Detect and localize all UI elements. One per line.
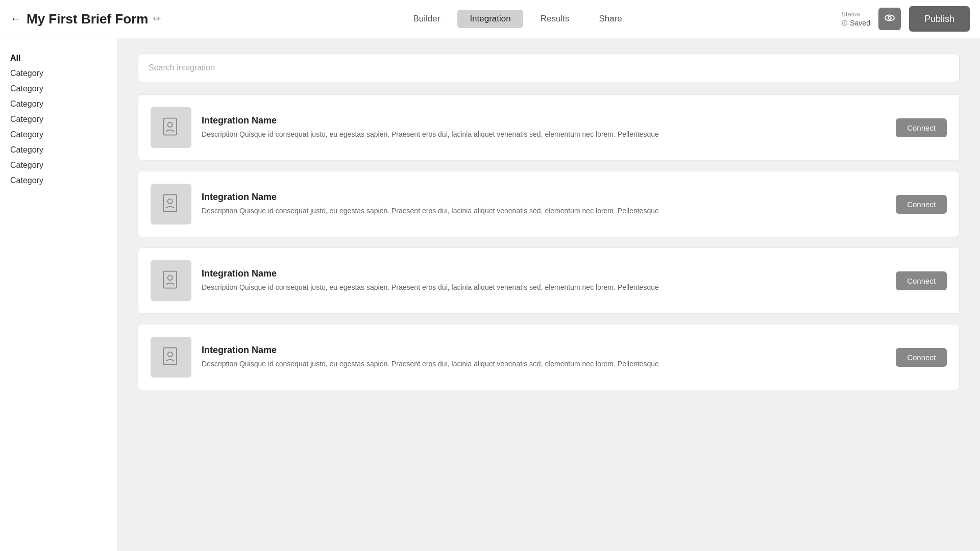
- integration-info: Integration Name Description Quisque id …: [202, 115, 886, 140]
- integration-name: Integration Name: [202, 268, 886, 279]
- sidebar-item-cat8[interactable]: Category: [10, 173, 107, 188]
- status-value: ⊙ Saved: [841, 18, 870, 28]
- svg-point-9: [168, 352, 173, 357]
- integration-icon-box: [151, 107, 191, 148]
- integration-icon-box: [151, 337, 191, 378]
- connect-button[interactable]: Connect: [896, 195, 947, 214]
- svg-rect-4: [163, 195, 177, 212]
- integration-name: Integration Name: [202, 345, 886, 356]
- sidebar-item-cat6[interactable]: Category: [10, 142, 107, 158]
- header-left: ← My First Brief Form ✏: [10, 11, 194, 27]
- integration-info: Integration Name Description Quisque id …: [202, 268, 886, 293]
- integration-info: Integration Name Description Quisque id …: [202, 192, 886, 216]
- status-area: Status ⊙ Saved: [841, 10, 870, 28]
- integration-name: Integration Name: [202, 115, 886, 126]
- content-area: Search integration Integration Name Desc…: [117, 38, 980, 551]
- header-nav: Builder Integration Results Share: [194, 10, 841, 28]
- svg-point-1: [888, 16, 891, 19]
- saved-icon: ⊙: [841, 18, 848, 28]
- sidebar-item-cat4[interactable]: Category: [10, 112, 107, 127]
- sidebar-item-cat5[interactable]: Category: [10, 127, 107, 142]
- integration-desc: Description Quisque id consequat justo, …: [202, 282, 886, 293]
- sidebar: All Category Category Category Category …: [0, 38, 117, 551]
- svg-point-7: [168, 276, 173, 280]
- sidebar-item-cat7[interactable]: Category: [10, 158, 107, 173]
- preview-button[interactable]: [878, 8, 901, 30]
- main-layout: All Category Category Category Category …: [0, 38, 980, 551]
- integration-card: Integration Name Description Quisque id …: [138, 324, 960, 390]
- page-title: My First Brief Form: [27, 11, 148, 27]
- tab-share[interactable]: Share: [586, 10, 634, 28]
- eye-icon: [884, 12, 895, 26]
- back-button[interactable]: ←: [10, 12, 21, 26]
- publish-button[interactable]: Publish: [909, 6, 970, 32]
- sidebar-item-all[interactable]: All: [10, 51, 107, 66]
- integration-info: Integration Name Description Quisque id …: [202, 345, 886, 369]
- connect-button[interactable]: Connect: [896, 348, 947, 367]
- integration-name: Integration Name: [202, 192, 886, 203]
- integration-desc: Description Quisque id consequat justo, …: [202, 359, 886, 369]
- integration-icon: [160, 269, 182, 292]
- integration-card: Integration Name Description Quisque id …: [138, 247, 960, 314]
- sidebar-item-cat1[interactable]: Category: [10, 66, 107, 81]
- connect-button[interactable]: Connect: [896, 118, 947, 137]
- integration-icon-box: [151, 184, 191, 224]
- integration-desc: Description Quisque id consequat justo, …: [202, 129, 886, 140]
- edit-icon[interactable]: ✏: [153, 13, 161, 24]
- connect-button[interactable]: Connect: [896, 271, 947, 290]
- integration-card: Integration Name Description Quisque id …: [138, 94, 960, 161]
- integration-icon: [160, 346, 182, 368]
- svg-rect-2: [163, 118, 177, 135]
- integration-icon: [160, 116, 182, 139]
- search-bar[interactable]: Search integration: [138, 54, 960, 82]
- status-label: Status: [841, 10, 860, 18]
- svg-point-3: [168, 122, 173, 127]
- header: ← My First Brief Form ✏ Builder Integrat…: [0, 0, 980, 38]
- sidebar-item-cat3[interactable]: Category: [10, 96, 107, 112]
- status-text: Saved: [850, 19, 870, 27]
- tab-builder[interactable]: Builder: [401, 10, 452, 28]
- header-right: Status ⊙ Saved Publish: [841, 6, 970, 32]
- integration-icon-box: [151, 260, 191, 301]
- integration-icon: [160, 193, 182, 215]
- tab-results[interactable]: Results: [528, 10, 582, 28]
- svg-point-5: [168, 199, 173, 204]
- integration-card: Integration Name Description Quisque id …: [138, 171, 960, 237]
- svg-point-0: [885, 15, 894, 20]
- sidebar-item-cat2[interactable]: Category: [10, 81, 107, 96]
- integration-desc: Description Quisque id consequat justo, …: [202, 206, 886, 216]
- tab-integration[interactable]: Integration: [457, 10, 523, 28]
